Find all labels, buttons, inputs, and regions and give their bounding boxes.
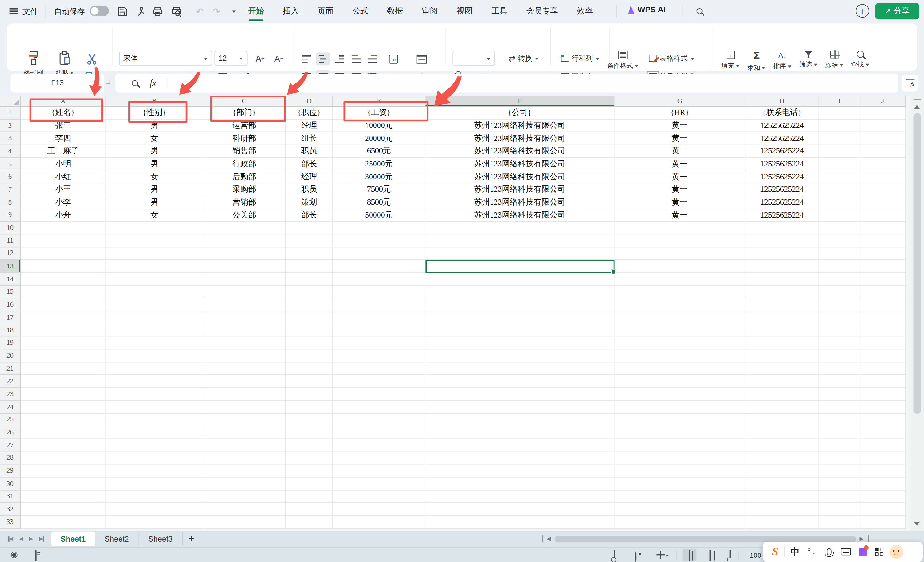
- cell-H17[interactable]: [746, 311, 819, 324]
- cell-J32[interactable]: [860, 503, 906, 516]
- save-icon[interactable]: [116, 5, 128, 18]
- cell-G26[interactable]: [615, 427, 746, 439]
- cell-J6[interactable]: [860, 171, 906, 183]
- cell-J14[interactable]: [860, 273, 906, 286]
- cell-J25[interactable]: [860, 413, 906, 426]
- cell-B12[interactable]: [106, 247, 203, 260]
- row-header-23[interactable]: 23: [0, 388, 21, 401]
- formula-panel-toggle[interactable]: fx: [902, 75, 918, 92]
- cell-G32[interactable]: [615, 503, 746, 516]
- cell-D13[interactable]: [286, 260, 333, 273]
- cell-A25[interactable]: [21, 413, 106, 426]
- cell-G27[interactable]: [615, 439, 746, 452]
- cell-E29[interactable]: [333, 464, 425, 477]
- cell-E24[interactable]: [333, 401, 425, 413]
- cell-D7[interactable]: 职员: [286, 183, 333, 196]
- cell-E26[interactable]: [333, 427, 425, 439]
- cell-G10[interactable]: [615, 222, 746, 234]
- page-layout-view-icon[interactable]: [730, 550, 731, 561]
- cell-A20[interactable]: [21, 350, 106, 362]
- cell-D20[interactable]: [286, 350, 333, 362]
- cell-F16[interactable]: [425, 299, 615, 311]
- cell-C33[interactable]: [203, 516, 286, 528]
- row-header-19[interactable]: 19: [0, 337, 21, 349]
- cell-G23[interactable]: [615, 388, 746, 401]
- cell-I25[interactable]: [819, 413, 860, 426]
- cell-H23[interactable]: [746, 388, 819, 401]
- cell-H20[interactable]: [746, 350, 819, 362]
- cell-F19[interactable]: [425, 337, 615, 349]
- row-header-32[interactable]: 32: [0, 503, 21, 516]
- cell-J8[interactable]: [860, 196, 906, 209]
- cell-A15[interactable]: [21, 286, 106, 298]
- cell-A17[interactable]: [21, 311, 106, 324]
- cell-E21[interactable]: [333, 362, 425, 375]
- cell-E9[interactable]: 50000元: [333, 209, 425, 221]
- macro-record-icon[interactable]: ◉: [10, 549, 18, 559]
- menu-tab-1[interactable]: 开始: [246, 0, 266, 23]
- cell-I33[interactable]: [819, 516, 860, 528]
- cell-F8[interactable]: 苏州123网络科技有限公司: [425, 196, 615, 209]
- merge-cells-button[interactable]: [412, 51, 430, 68]
- cell-F14[interactable]: [425, 273, 615, 286]
- cell-G1[interactable]: {HR}: [615, 107, 746, 119]
- paste-button[interactable]: 粘贴: [56, 51, 74, 77]
- menu-tab-2[interactable]: 插入: [281, 0, 301, 23]
- cell-H18[interactable]: [746, 324, 819, 337]
- cell-C21[interactable]: [203, 362, 286, 375]
- cell-G11[interactable]: [615, 234, 746, 247]
- cell-F7[interactable]: 苏州123网络科技有限公司: [425, 183, 615, 196]
- cell-H15[interactable]: [746, 286, 819, 298]
- cell-A31[interactable]: [21, 490, 106, 503]
- cell-A13[interactable]: [21, 260, 106, 273]
- cell-I13[interactable]: [819, 260, 860, 273]
- cell-F31[interactable]: [425, 490, 615, 503]
- cell-H33[interactable]: [746, 516, 819, 528]
- cell-E22[interactable]: [333, 375, 425, 388]
- cell-H28[interactable]: [746, 452, 819, 464]
- cell-F27[interactable]: [425, 439, 615, 452]
- first-sheet-button[interactable]: ◀: [8, 536, 13, 542]
- number-format-combo[interactable]: [453, 51, 495, 66]
- scroll-left-arrow[interactable]: ◀: [547, 536, 551, 542]
- cell-H9[interactable]: 12525625224: [746, 209, 819, 221]
- row-header-24[interactable]: 24: [0, 401, 21, 413]
- cell-B33[interactable]: [106, 516, 203, 528]
- cell-C26[interactable]: [203, 427, 286, 439]
- font-name-combo[interactable]: 宋体: [119, 51, 212, 66]
- row-header-28[interactable]: 28: [0, 452, 21, 464]
- increase-indent-button[interactable]: [365, 53, 380, 65]
- cell-F6[interactable]: 苏州123网络科技有限公司: [425, 171, 615, 183]
- cell-E11[interactable]: [333, 234, 425, 247]
- cell-G20[interactable]: [615, 350, 746, 362]
- prev-sheet-button[interactable]: ◀: [19, 536, 23, 542]
- cell-H8[interactable]: 12525625224: [746, 196, 819, 209]
- vertical-scrollbar[interactable]: [911, 96, 924, 530]
- cell-D10[interactable]: [286, 222, 333, 234]
- autosave-toggle[interactable]: [90, 6, 109, 16]
- cell-I31[interactable]: [819, 490, 860, 503]
- cell-C27[interactable]: [203, 439, 286, 452]
- cell-C15[interactable]: [203, 286, 286, 298]
- menu-tab-8[interactable]: 工具: [490, 0, 509, 23]
- cell-I26[interactable]: [819, 427, 860, 439]
- cell-A27[interactable]: [21, 439, 106, 452]
- row-header-25[interactable]: 25: [0, 413, 21, 426]
- cell-B25[interactable]: [106, 413, 203, 426]
- cell-C16[interactable]: [203, 299, 286, 311]
- cell-J18[interactable]: [860, 324, 906, 337]
- cell-F30[interactable]: [425, 478, 615, 490]
- cell-H1[interactable]: {联系电话}: [746, 107, 819, 119]
- cell-G19[interactable]: [615, 337, 746, 349]
- cell-B21[interactable]: [106, 362, 203, 375]
- cell-J23[interactable]: [860, 388, 906, 401]
- cell-C31[interactable]: [203, 490, 286, 503]
- cell-C30[interactable]: [203, 478, 286, 490]
- cell-D17[interactable]: [286, 311, 333, 324]
- freeze-button[interactable]: 冻结: [823, 51, 846, 70]
- cell-J5[interactable]: [860, 158, 906, 170]
- cell-G2[interactable]: 黄一: [615, 120, 746, 132]
- cell-G30[interactable]: [615, 478, 746, 490]
- file-menu[interactable]: 文件: [22, 6, 39, 17]
- cell-B9[interactable]: 女: [106, 209, 203, 221]
